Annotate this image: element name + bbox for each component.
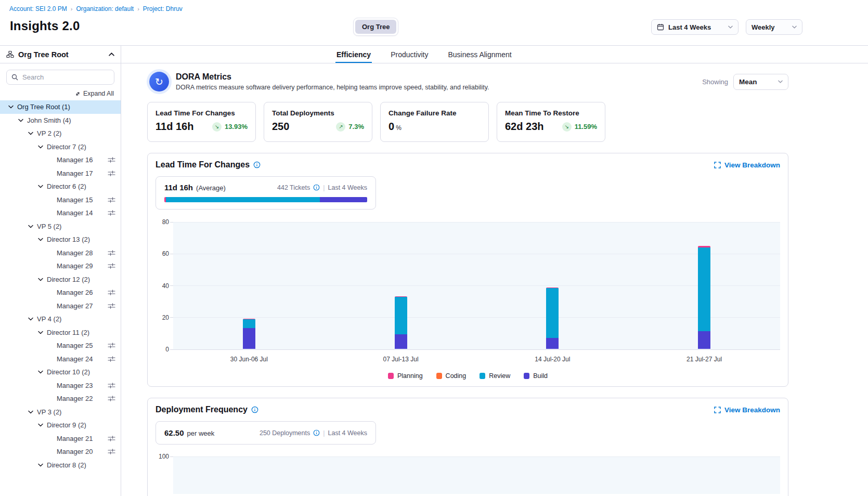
tree-item-org-tree-root-1[interactable]: Org Tree Root (1) xyxy=(0,100,121,114)
tree-item-vp-3-2[interactable]: VP 3 (2) xyxy=(0,406,121,419)
tree-item-manager-23[interactable]: Manager 23 xyxy=(0,379,121,393)
chevron-down-icon[interactable] xyxy=(28,132,33,135)
tree-item-label: Manager 17 xyxy=(57,169,104,177)
tree-item-manager-26[interactable]: Manager 26 xyxy=(0,286,121,299)
sliders-icon[interactable] xyxy=(108,197,115,203)
info-icon[interactable] xyxy=(251,406,258,413)
chart-bar-4[interactable] xyxy=(698,246,710,349)
tree-item-vp-4-2[interactable]: VP 4 (2) xyxy=(0,312,121,326)
tree-item-label: Director 6 (2) xyxy=(47,182,115,190)
sliders-icon[interactable] xyxy=(108,289,115,296)
sliders-icon[interactable] xyxy=(108,156,115,163)
chevron-down-icon[interactable] xyxy=(8,105,14,109)
aggregation-select[interactable]: Mean xyxy=(733,74,788,90)
legend-item-review[interactable]: Review xyxy=(480,372,510,380)
tab-business-alignment[interactable]: Business Alignment xyxy=(447,46,513,63)
tree-item-director-9-2[interactable]: Director 9 (2) xyxy=(0,419,121,432)
tree-item-director-10-2[interactable]: Director 10 (2) xyxy=(0,366,121,379)
chevron-down-icon[interactable] xyxy=(38,278,43,281)
breadcrumb-item[interactable]: Account: SEI 2.0 PM xyxy=(9,5,67,12)
deployment-view-breakdown-link[interactable]: View Breakdown xyxy=(714,406,780,414)
tree-item-label: Manager 20 xyxy=(57,448,104,455)
metric-card-title: Lead Time For Changes xyxy=(156,109,248,117)
sliders-icon[interactable] xyxy=(108,303,115,309)
breadcrumb-item[interactable]: Organization: default xyxy=(76,5,134,12)
tree-item-label: Director 11 (2) xyxy=(47,329,115,336)
gridline xyxy=(173,254,780,254)
lead-time-view-breakdown-link[interactable]: View Breakdown xyxy=(714,161,780,169)
tree-item-john-smith-4[interactable]: John Smith (4) xyxy=(0,114,121,127)
sliders-icon[interactable] xyxy=(108,210,115,216)
org-hierarchy-icon xyxy=(6,50,14,58)
chevron-down-icon[interactable] xyxy=(28,225,33,228)
content-area: Efficiency Productivity Business Alignme… xyxy=(121,46,868,496)
tree-item-manager-21[interactable]: Manager 21 xyxy=(0,432,121,446)
tree-item-manager-17[interactable]: Manager 17 xyxy=(0,167,121,180)
tree-item-label: Manager 28 xyxy=(57,249,104,257)
chevron-down-icon[interactable] xyxy=(38,145,43,149)
tree-item-manager-28[interactable]: Manager 28 xyxy=(0,246,121,260)
info-icon[interactable] xyxy=(253,161,261,168)
chevron-down-icon[interactable] xyxy=(38,370,43,374)
tree-item-label: Director 8 (2) xyxy=(47,461,115,469)
chart-bar-1[interactable] xyxy=(243,319,255,349)
tree-item-manager-14[interactable]: Manager 14 xyxy=(0,206,121,220)
sliders-icon[interactable] xyxy=(108,170,115,177)
expand-all-button[interactable]: Expand All xyxy=(7,90,114,97)
sliders-icon[interactable] xyxy=(108,356,115,362)
yaxis-tick-label: 20 xyxy=(162,314,169,321)
sliders-icon[interactable] xyxy=(108,342,115,349)
tree-item-manager-24[interactable]: Manager 24 xyxy=(0,353,121,366)
dora-metric-cards: Lead Time For Changes11d 16h↘13.93%Total… xyxy=(147,102,788,142)
chart-bar-2[interactable] xyxy=(395,296,407,349)
tree-item-manager-27[interactable]: Manager 27 xyxy=(0,299,121,313)
sliders-icon[interactable] xyxy=(108,395,115,402)
tree-item-vp-2-2[interactable]: VP 2 (2) xyxy=(0,127,121,140)
sliders-icon[interactable] xyxy=(108,263,115,269)
tree-item-manager-25[interactable]: Manager 25 xyxy=(0,339,121,353)
sliders-icon[interactable] xyxy=(108,382,115,389)
tree-item-vp-5-2[interactable]: VP 5 (2) xyxy=(0,220,121,233)
org-tree-toggle-button[interactable]: Org Tree xyxy=(355,20,396,34)
chevron-down-icon[interactable] xyxy=(28,317,33,321)
expand-breakdown-icon xyxy=(714,407,721,413)
tab-efficiency[interactable]: Efficiency xyxy=(335,46,372,63)
tree-item-manager-16[interactable]: Manager 16 xyxy=(0,153,121,167)
tree-item-director-7-2[interactable]: Director 7 (2) xyxy=(0,140,121,154)
chevron-down-icon[interactable] xyxy=(28,410,33,414)
tree-item-manager-29[interactable]: Manager 29 xyxy=(0,259,121,273)
info-icon[interactable] xyxy=(313,429,320,436)
tab-productivity[interactable]: Productivity xyxy=(390,46,429,63)
search-input[interactable] xyxy=(22,73,109,81)
chevron-down-icon[interactable] xyxy=(38,463,43,467)
legend-item-coding[interactable]: Coding xyxy=(436,372,467,380)
tree-item-director-11-2[interactable]: Director 11 (2) xyxy=(0,326,121,340)
tree-item-manager-20[interactable]: Manager 20 xyxy=(0,445,121,459)
tree-item-director-8-2[interactable]: Director 8 (2) xyxy=(0,459,121,472)
chevron-down-icon[interactable] xyxy=(38,185,43,188)
tree-item-label: Manager 21 xyxy=(57,435,104,442)
chevron-down-icon[interactable] xyxy=(38,331,43,334)
granularity-select[interactable]: Weekly xyxy=(746,19,802,35)
legend-item-planning[interactable]: Planning xyxy=(388,372,423,380)
chart-bar-3[interactable] xyxy=(546,288,559,349)
sliders-icon[interactable] xyxy=(108,250,115,256)
sliders-icon[interactable] xyxy=(108,448,115,455)
chevron-down-icon[interactable] xyxy=(38,423,43,427)
tree-item-director-13-2[interactable]: Director 13 (2) xyxy=(0,233,121,246)
breadcrumb-item[interactable]: Project: Dhruv xyxy=(143,5,183,12)
tree-item-manager-22[interactable]: Manager 22 xyxy=(0,392,121,406)
chevron-down-icon[interactable] xyxy=(38,238,43,241)
collapse-panel-icon[interactable] xyxy=(109,53,114,56)
tree-item-director-12-2[interactable]: Director 12 (2) xyxy=(0,273,121,286)
tree-item-director-6-2[interactable]: Director 6 (2) xyxy=(0,180,121,193)
date-range-select[interactable]: Last 4 Weeks xyxy=(651,19,739,35)
tree-item-manager-15[interactable]: Manager 15 xyxy=(0,193,121,207)
chevron-down-icon[interactable] xyxy=(18,119,23,122)
page-title: Insights 2.0 xyxy=(10,19,80,33)
xaxis-label: 21 Jul-27 Jul xyxy=(686,356,722,363)
info-icon[interactable] xyxy=(313,184,320,191)
sliders-icon[interactable] xyxy=(108,435,115,442)
metric-card-change-failure-rate: Change Failure Rate0% xyxy=(380,102,489,142)
legend-item-build[interactable]: Build xyxy=(524,372,548,380)
